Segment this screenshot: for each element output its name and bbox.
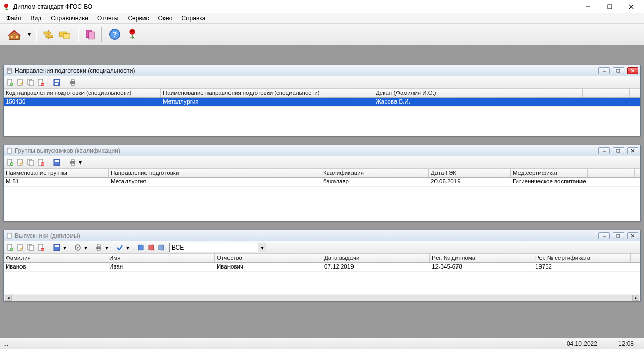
- col-surname[interactable]: Фамилия: [4, 254, 107, 262]
- menu-reference[interactable]: Справочники: [47, 14, 92, 23]
- cell-name: Иван: [107, 263, 215, 271]
- panel-directions-close[interactable]: [627, 67, 638, 74]
- table-row[interactable]: М-51 Металлургия бакалавр 20.06.2019 Гиг…: [4, 178, 640, 187]
- col-diploma[interactable]: Рег. № диплома: [430, 254, 533, 262]
- window-close-button[interactable]: [620, 0, 642, 13]
- book-red-icon[interactable]: [147, 243, 156, 252]
- menu-file[interactable]: Файл: [2, 14, 26, 23]
- copy-record-icon[interactable]: [26, 158, 35, 167]
- copy-record-icon[interactable]: [26, 78, 35, 87]
- panel-groups-titlebar[interactable]: Группы выпускников (квалификации): [4, 145, 640, 156]
- delete-record-icon[interactable]: [36, 78, 46, 87]
- edit-record-icon[interactable]: [16, 243, 25, 252]
- book-blue-icon[interactable]: [136, 243, 146, 252]
- col-cert[interactable]: Рег. № сертификата: [533, 254, 631, 262]
- scroll-right-icon[interactable]: ▸: [632, 295, 639, 301]
- toolbar-building-dropdown[interactable]: ▾: [27, 31, 32, 38]
- check-icon[interactable]: [115, 243, 124, 252]
- window-title: Диплом-стандарт ФГОС ВО: [13, 3, 92, 10]
- col-code[interactable]: Код направления подготовки (специальност…: [4, 89, 161, 97]
- filter-combo[interactable]: ВСЕ ▾: [169, 243, 266, 252]
- panel-groups-title: Группы выпускников (квалификации): [15, 147, 120, 154]
- panel-groups-maximize[interactable]: [613, 147, 624, 154]
- menu-help[interactable]: Справка: [177, 14, 210, 23]
- col-medcert[interactable]: Мед.сертификат: [511, 169, 588, 177]
- table-row[interactable]: 150400 Металлургия Жарова В.И.: [4, 98, 640, 107]
- panel-directions-titlebar[interactable]: Направления подготовки (специальности): [4, 65, 640, 76]
- print-dropdown-icon[interactable]: ▾: [78, 158, 82, 167]
- new-record-icon[interactable]: [6, 78, 15, 87]
- grads-hscroll[interactable]: ◂ ▸: [4, 294, 640, 301]
- scroll-left-icon[interactable]: ◂: [5, 295, 12, 301]
- directions-grid-header[interactable]: Код направления подготовки (специальност…: [4, 89, 640, 98]
- col-group[interactable]: Наименование группы: [4, 169, 109, 177]
- svg-rect-9: [48, 30, 49, 39]
- panel-groups-close[interactable]: [627, 147, 638, 154]
- edit-record-icon[interactable]: [16, 158, 25, 167]
- toolbar-signpost-button[interactable]: [40, 26, 56, 43]
- toolbar-rose-button[interactable]: [124, 26, 140, 43]
- svg-rect-74: [29, 245, 33, 251]
- delete-record-icon[interactable]: [36, 243, 46, 252]
- delete-record-icon[interactable]: [36, 158, 46, 167]
- save-dropdown-icon[interactable]: ▾: [63, 243, 67, 252]
- svg-rect-52: [18, 159, 22, 165]
- col-direction[interactable]: Направление подготовки: [109, 169, 321, 177]
- groups-grid[interactable]: Наименование группы Направление подготов…: [4, 169, 640, 221]
- grads-grid[interactable]: Фамилия Имя Отчество Дата выдачи Рег. № …: [4, 254, 640, 301]
- col-patronymic[interactable]: Отчество: [215, 254, 322, 262]
- cell-diploma: 12-345-678: [430, 263, 533, 271]
- book-icon[interactable]: [157, 243, 166, 252]
- new-record-icon[interactable]: [6, 243, 15, 252]
- settings-icon[interactable]: [73, 243, 82, 252]
- print-dropdown-icon[interactable]: ▾: [105, 243, 109, 252]
- groups-grid-header[interactable]: Наименование группы Направление подготов…: [4, 169, 640, 178]
- col-issued[interactable]: Дата выдачи: [322, 254, 430, 262]
- chevron-down-icon[interactable]: ▾: [258, 243, 266, 252]
- save-icon[interactable]: [52, 243, 61, 252]
- print-icon[interactable]: [68, 158, 77, 167]
- toolbar-help-button[interactable]: ?: [107, 26, 123, 43]
- save-icon[interactable]: [52, 158, 61, 167]
- panel-directions: Направления подготовки (специальности): [3, 65, 641, 136]
- scroll-track[interactable]: [12, 295, 632, 301]
- col-name[interactable]: Наименование направления подготовки (спе…: [161, 89, 373, 97]
- table-row[interactable]: Иванов Иван Иванович 07.12.2019 12-345-6…: [4, 263, 640, 272]
- col-dean[interactable]: Декан (Фамилия И.О.): [373, 89, 583, 97]
- print-icon[interactable]: [68, 78, 77, 87]
- grads-grid-header[interactable]: Фамилия Имя Отчество Дата выдачи Рег. № …: [4, 254, 640, 263]
- toolbar-stack-button[interactable]: [82, 26, 98, 43]
- new-record-icon[interactable]: [6, 158, 15, 167]
- panel-grads-minimize[interactable]: [598, 232, 610, 239]
- col-date[interactable]: Дата ГЭК: [429, 169, 511, 177]
- copy-record-icon[interactable]: [26, 243, 35, 252]
- panel-grads-titlebar[interactable]: Выпускники (дипломы): [4, 230, 640, 241]
- panel-grads-maximize[interactable]: [613, 232, 624, 239]
- check-dropdown-icon[interactable]: ▾: [126, 243, 130, 252]
- save-icon[interactable]: [52, 78, 61, 87]
- svg-point-81: [77, 247, 79, 248]
- svg-rect-43: [7, 148, 11, 153]
- svg-marker-5: [9, 31, 20, 40]
- svg-rect-33: [29, 80, 33, 86]
- menu-view[interactable]: Вид: [27, 14, 46, 23]
- window-maximize-button[interactable]: [599, 0, 620, 13]
- edit-record-icon[interactable]: [16, 78, 25, 87]
- toolbar-building-button[interactable]: [3, 26, 26, 43]
- panel-grads-close[interactable]: [627, 232, 638, 239]
- col-name[interactable]: Имя: [107, 254, 215, 262]
- menu-service[interactable]: Сервис: [123, 14, 153, 23]
- panel-directions-minimize[interactable]: [598, 67, 610, 74]
- col-qualification[interactable]: Квалификация: [321, 169, 429, 177]
- panel-groups-minimize[interactable]: [598, 147, 610, 154]
- print-icon[interactable]: [94, 243, 103, 252]
- settings-dropdown-icon[interactable]: ▾: [84, 243, 88, 252]
- cell-qualification: бакалавр: [321, 178, 429, 186]
- svg-rect-41: [71, 80, 74, 81]
- window-minimize-button[interactable]: [577, 0, 599, 13]
- menu-reports[interactable]: Отчеты: [93, 14, 122, 23]
- toolbar-folders-button[interactable]: [57, 26, 74, 43]
- menu-window[interactable]: Окно: [154, 14, 177, 23]
- panel-directions-maximize[interactable]: [613, 67, 624, 74]
- directions-grid[interactable]: Код направления подготовки (специальност…: [4, 89, 640, 136]
